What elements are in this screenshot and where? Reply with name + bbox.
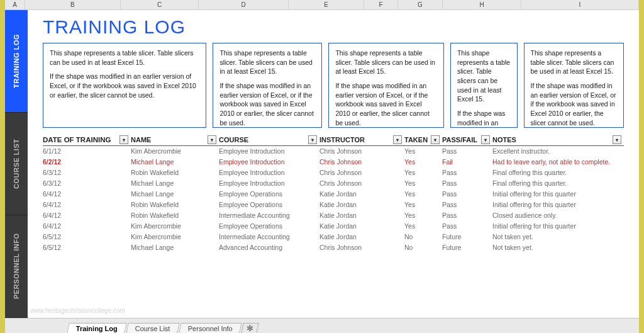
slicer-placeholder[interactable]: This shape represents a table slicer. Ta…	[213, 43, 322, 128]
filter-dropdown-icon[interactable]: ▾	[613, 135, 621, 144]
filter-dropdown-icon[interactable]: ▾	[119, 135, 128, 144]
cell[interactable]: Katie Jordan	[319, 222, 404, 230]
cell[interactable]: Initial offering for this quarter	[492, 201, 624, 208]
cell[interactable]: Katie Jordan	[319, 201, 404, 208]
table-row[interactable]: 6/1/12Kim AbercrombieEmployee Introducti…	[43, 146, 624, 157]
table-row[interactable]: 6/4/12Michael LangeEmployee OperationsKa…	[43, 189, 624, 200]
sheet-tab-personnel-info[interactable]: Personnel Info	[179, 323, 242, 333]
cell[interactable]: Michael Lange	[131, 179, 219, 187]
cell[interactable]: Chris Johnson	[319, 147, 404, 155]
cell[interactable]: Yes	[404, 179, 442, 187]
cell[interactable]: Intermediate Accounting	[219, 233, 319, 240]
filter-dropdown-icon[interactable]: ▾	[393, 135, 402, 144]
cell[interactable]: Yes	[404, 222, 442, 230]
cell[interactable]: Initial offering for this quarter	[492, 222, 624, 230]
table-row[interactable]: 6/5/12Michael LangeAdvanced AccountingCh…	[43, 242, 624, 253]
cell[interactable]: Advanced Accounting	[219, 244, 319, 251]
cell[interactable]: Michael Lange	[131, 244, 219, 251]
cell[interactable]: Fail	[442, 158, 492, 166]
cell[interactable]: Katie Jordan	[319, 233, 404, 240]
filter-dropdown-icon[interactable]: ▾	[431, 135, 440, 144]
cell[interactable]: Excellent instructor.	[492, 147, 624, 155]
slicer-placeholder[interactable]: This shape represents a table slicer. Ta…	[328, 43, 444, 128]
slicer-placeholder[interactable]: This shape represents a table slicer. Ta…	[43, 43, 206, 128]
cell[interactable]: Employee Operations	[219, 222, 319, 230]
cell[interactable]: 6/3/12	[43, 179, 131, 187]
cell[interactable]: 6/4/12	[43, 201, 131, 208]
filter-dropdown-icon[interactable]: ▾	[481, 135, 490, 144]
col-header-taken[interactable]: TAKEN ▾	[404, 135, 442, 144]
cell[interactable]: 6/4/12	[43, 222, 131, 230]
cell[interactable]: Initial offering for this quarter	[492, 190, 624, 198]
table-row[interactable]: 6/2/12Michael LangeEmployee Introduction…	[43, 157, 624, 167]
cell[interactable]: Pass	[442, 201, 492, 208]
cell[interactable]: Yes	[404, 147, 442, 155]
cell[interactable]: Final offering this quarter.	[492, 169, 624, 176]
cell[interactable]: 6/5/12	[43, 244, 131, 251]
cell[interactable]: Yes	[404, 158, 442, 166]
cell[interactable]: Employee Operations	[219, 190, 319, 198]
cell[interactable]: 6/2/12	[43, 158, 131, 166]
sheet-tab-course-list[interactable]: Course List	[126, 323, 179, 333]
table-row[interactable]: 6/3/12Michael LangeEmployee Introduction…	[43, 178, 624, 189]
cell[interactable]: Chris Johnson	[319, 158, 404, 166]
column-header[interactable]: D	[199, 0, 289, 9]
table-row[interactable]: 6/4/12Robin WakefieldEmployee Operations…	[43, 200, 624, 210]
cell[interactable]: Not taken yet.	[492, 244, 624, 251]
cell[interactable]: 6/5/12	[43, 233, 131, 240]
cell[interactable]: Yes	[404, 212, 442, 219]
cell[interactable]: Robin Wakefield	[131, 169, 219, 176]
slicer-placeholder[interactable]: This shape represents a table slicer. Ta…	[450, 43, 518, 128]
table-row[interactable]: 6/3/12Robin WakefieldEmployee Introducti…	[43, 167, 624, 178]
table-row[interactable]: 6/5/12Kim AbercrombieIntermediate Accoun…	[43, 232, 624, 242]
cell[interactable]: Future	[442, 244, 492, 251]
table-row[interactable]: 6/4/12Robin WakefieldIntermediate Accoun…	[43, 210, 624, 221]
cell[interactable]: Katie Jordan	[319, 212, 404, 219]
column-header[interactable]: G	[398, 0, 443, 9]
col-header-notes[interactable]: NOTES ▾	[492, 135, 624, 144]
column-header[interactable]: C	[121, 0, 199, 9]
column-header[interactable]: H	[443, 0, 521, 9]
column-header[interactable]: F	[364, 0, 398, 9]
cell[interactable]: Intermediate Accounting	[219, 212, 319, 219]
col-header-date[interactable]: DATE OF TRAINING ▾	[43, 135, 131, 144]
column-header[interactable]: I	[521, 0, 639, 9]
filter-dropdown-icon[interactable]: ▾	[208, 135, 216, 144]
cell[interactable]: Chris Johnson	[319, 179, 404, 187]
cell[interactable]: Future	[442, 233, 492, 240]
cell[interactable]: Kim Abercrombie	[131, 233, 219, 240]
slicer-placeholder[interactable]: This shape represents a table slicer. Ta…	[524, 43, 625, 128]
cell[interactable]: Kim Abercrombie	[131, 147, 219, 155]
column-header[interactable]: E	[289, 0, 364, 9]
cell[interactable]: Closed audience only.	[492, 212, 624, 219]
col-header-passfail[interactable]: PASS/FAIL ▾	[442, 135, 492, 144]
cell[interactable]: 6/1/12	[43, 147, 131, 155]
cell[interactable]: Kim Abercrombie	[131, 222, 219, 230]
cell[interactable]: Employee Introduction	[219, 169, 319, 176]
cell[interactable]: Employee Introduction	[219, 158, 319, 166]
cell[interactable]: Employee Introduction	[219, 179, 319, 187]
cell[interactable]: 6/4/12	[43, 190, 131, 198]
column-header[interactable]: B	[25, 0, 120, 9]
col-header-name[interactable]: NAME ▾	[131, 135, 219, 144]
cell[interactable]: Pass	[442, 190, 492, 198]
cell[interactable]: Michael Lange	[131, 158, 219, 166]
side-tab-training-log[interactable]: TRAINING LOG	[5, 10, 28, 113]
filter-dropdown-icon[interactable]: ▾	[308, 135, 317, 144]
cell[interactable]: Robin Wakefield	[131, 212, 219, 219]
cell[interactable]: Michael Lange	[131, 190, 219, 198]
side-tab-personnel-info[interactable]: PERSONNEL INFO	[5, 215, 28, 318]
cell[interactable]: Chris Johnson	[319, 244, 404, 251]
cell[interactable]: Yes	[404, 169, 442, 176]
cell[interactable]: 6/4/12	[43, 212, 131, 219]
cell[interactable]: Chris Johnson	[319, 169, 404, 176]
cell[interactable]: No	[404, 244, 442, 251]
cell[interactable]: Yes	[404, 190, 442, 198]
cell[interactable]: Pass	[442, 147, 492, 155]
side-tab-course-list[interactable]: COURSE LIST	[5, 113, 28, 215]
table-row[interactable]: 6/4/12Kim AbercrombieEmployee Operations…	[43, 221, 624, 232]
column-header[interactable]: A	[5, 0, 25, 9]
cell[interactable]: Robin Wakefield	[131, 201, 219, 208]
cell[interactable]: Pass	[442, 169, 492, 176]
cell[interactable]: Pass	[442, 179, 492, 187]
